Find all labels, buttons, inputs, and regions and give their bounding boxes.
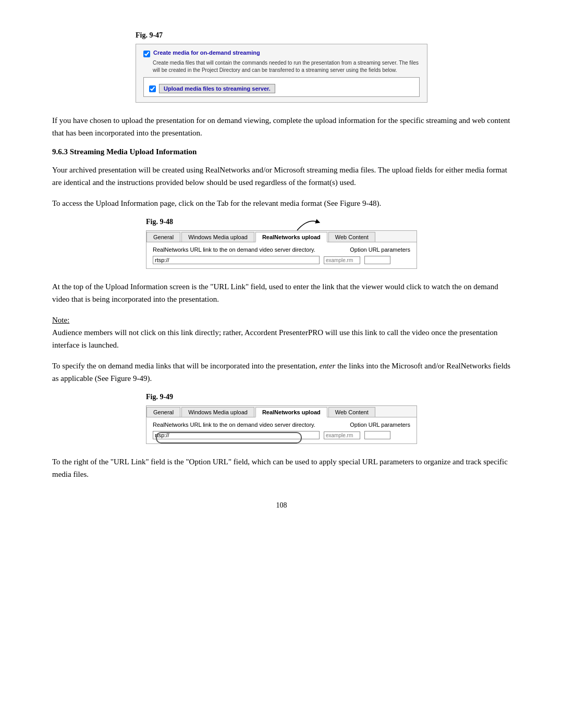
fig48-tab-general[interactable]: General bbox=[146, 232, 180, 242]
fig49-tab-webcontent[interactable]: Web Content bbox=[328, 407, 375, 417]
fig47-label1: Create media for on-demand streaming bbox=[153, 50, 260, 56]
fig48-small-input[interactable] bbox=[364, 256, 390, 264]
para5-prefix: To specify the on demand media links tha… bbox=[52, 362, 320, 370]
fig48-wrapper: Fig. 9-48 General Windows Media upload R… bbox=[146, 218, 417, 269]
fig49-label: Fig. 9-49 bbox=[146, 393, 417, 401]
fig48-url-row: RealNetworks URL link to the on demand v… bbox=[153, 246, 410, 253]
fig48-tab-container: General Windows Media upload RealNetwork… bbox=[146, 230, 417, 269]
fig47-row1: Create media for on-demand streaming bbox=[143, 50, 420, 57]
fig49-tab-realnetworks[interactable]: RealNetworks upload bbox=[255, 407, 327, 417]
fig48-tab-webcontent[interactable]: Web Content bbox=[328, 232, 375, 242]
fig49-tab-ui: General Windows Media upload RealNetwork… bbox=[146, 405, 417, 444]
fig48-url-params-label: Option URL parameters bbox=[350, 246, 410, 253]
fig48-tab-windows[interactable]: Windows Media upload bbox=[181, 232, 254, 242]
fig47-inner: Upload media files to streaming server. bbox=[143, 77, 420, 97]
fig49-small-input[interactable] bbox=[364, 431, 390, 439]
para1: If you have chosen to upload the present… bbox=[52, 114, 511, 139]
fig47-checkbox1[interactable] bbox=[143, 51, 150, 57]
para5: To specify the on demand media links tha… bbox=[52, 360, 511, 385]
fig49-tab-content: RealNetworks URL link to the on demand v… bbox=[146, 417, 417, 443]
fig49-fields-row bbox=[153, 431, 410, 439]
para6: To the right of the "URL Link" field is … bbox=[52, 455, 511, 480]
fig48-tab-realnetworks[interactable]: RealNetworks upload bbox=[255, 232, 327, 242]
page-content: Fig. 9-47 Create media for on-demand str… bbox=[52, 31, 511, 510]
section-963-title: 9.6.3 Streaming Media Upload Information bbox=[52, 147, 511, 156]
note-para: Note: Audience members will not click on… bbox=[52, 314, 511, 351]
fig48-label: Fig. 9-48 bbox=[146, 218, 417, 226]
fig49-tab-bar: General Windows Media upload RealNetwork… bbox=[146, 406, 417, 417]
fig48-fields-row bbox=[153, 256, 410, 264]
fig48-tab-content: RealNetworks URL link to the on demand v… bbox=[146, 242, 417, 268]
para5-italic: enter bbox=[320, 362, 336, 370]
fig47-wrapper: Fig. 9-47 Create media for on-demand str… bbox=[136, 31, 427, 103]
fig48-url-label: RealNetworks URL link to the on demand v… bbox=[153, 246, 315, 253]
fig49-url-label: RealNetworks URL link to the on demand v… bbox=[153, 422, 315, 428]
fig47-upload-row: Upload media files to streaming server. bbox=[149, 84, 414, 93]
note-text: Audience members will not click on this … bbox=[52, 328, 498, 349]
fig49-wrapper: Fig. 9-49 General Windows Media upload R… bbox=[146, 393, 417, 444]
fig48-tab-bar: General Windows Media upload RealNetwork… bbox=[146, 231, 417, 242]
para4: At the top of the Upload Information scr… bbox=[52, 280, 511, 305]
fig48-url-input[interactable] bbox=[153, 256, 320, 264]
fig48-example-input[interactable] bbox=[324, 256, 360, 264]
page-number: 108 bbox=[52, 501, 511, 510]
fig49-url-params-label: Option URL parameters bbox=[350, 422, 410, 428]
para2: Your archived presentation will be creat… bbox=[52, 164, 511, 189]
fig47-desc1: Create media files that will contain the… bbox=[153, 59, 420, 74]
fig47-upload-btn[interactable]: Upload media files to streaming server. bbox=[159, 84, 275, 93]
fig49-example-input[interactable] bbox=[324, 431, 360, 439]
note-label: Note: bbox=[52, 316, 69, 324]
para3: To access the Upload Information page, c… bbox=[52, 197, 511, 209]
fig48-tab-ui: General Windows Media upload RealNetwork… bbox=[146, 230, 417, 269]
fig49-tab-windows[interactable]: Windows Media upload bbox=[181, 407, 254, 417]
fig47-box: Create media for on-demand streaming Cre… bbox=[136, 44, 427, 103]
fig49-tab-general[interactable]: General bbox=[146, 407, 180, 417]
fig49-highlight-container bbox=[153, 431, 410, 439]
fig47-checkbox2[interactable] bbox=[149, 85, 156, 92]
fig49-url-row: RealNetworks URL link to the on demand v… bbox=[153, 422, 410, 428]
fig47-label: Fig. 9-47 bbox=[136, 31, 427, 40]
fig49-url-input[interactable] bbox=[153, 431, 320, 439]
